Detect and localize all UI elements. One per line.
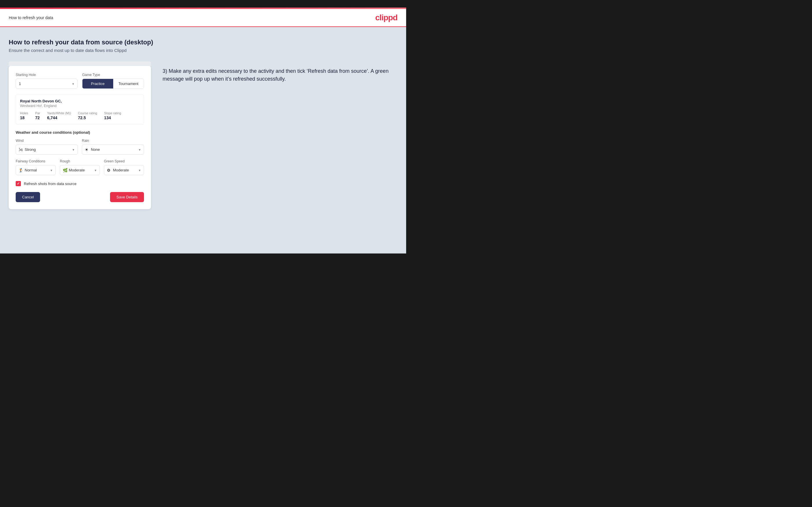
stat-par: Par 72 (35, 111, 40, 120)
stat-slope-rating: Slope rating 134 (104, 111, 121, 120)
rain-select[interactable]: None (82, 145, 144, 155)
slope-rating-value: 134 (104, 115, 121, 120)
refresh-checkbox-label: Refresh shots from data source (24, 181, 77, 186)
tournament-button[interactable]: Tournament (113, 79, 144, 89)
header: How to refresh your data clippd (0, 9, 406, 27)
wind-label: Wind (16, 138, 78, 143)
conditions-grid: Fairway Conditions 🏌 Normal ▼ Rough 🌿 (16, 159, 144, 175)
rain-label: Rain (82, 138, 144, 143)
course-location: Westward Ho!, England (20, 104, 140, 108)
save-button[interactable]: Save Details (110, 192, 144, 202)
practice-button[interactable]: Practice (83, 79, 113, 89)
page-heading: How to refresh your data from source (de… (9, 39, 397, 46)
wind-select[interactable]: Strong (16, 145, 78, 155)
weather-section-title: Weather and course conditions (optional) (16, 130, 144, 134)
description-panel: 3) Make any extra edits necessary to the… (163, 61, 397, 244)
green-speed-label: Green Speed (104, 159, 144, 163)
refresh-checkbox-row: Refresh shots from data source (16, 181, 144, 186)
yards-value: 6,744 (47, 115, 71, 120)
main-content: How to refresh your data from source (de… (0, 27, 406, 253)
weather-grid: Wind 🌬 Strong ▼ Rain ☀ (16, 138, 144, 155)
green-speed-select[interactable]: Moderate (104, 165, 144, 175)
starting-hole-select[interactable]: 1 (16, 78, 78, 89)
logo: clippd (375, 13, 397, 22)
game-type-label: Game Type (82, 73, 144, 77)
header-title: How to refresh your data (9, 15, 53, 20)
par-label: Par (35, 111, 40, 115)
course-card: Royal North Devon GC, Westward Ho!, Engl… (16, 95, 144, 124)
form-panel: Starting Hole 1 ▼ Game Type Practice To (9, 61, 151, 244)
course-rating-label: Course rating (78, 111, 97, 115)
cancel-button[interactable]: Cancel (16, 192, 40, 202)
fairway-label: Fairway Conditions (16, 159, 56, 163)
course-name: Royal North Devon GC, (20, 99, 140, 103)
stat-holes: Holes 18 (20, 111, 28, 120)
page-subheading: Ensure the correct and most up to date d… (9, 48, 397, 53)
footer: Copyright Clippd 2022 (0, 253, 406, 253)
starting-hole-label: Starting Hole (16, 73, 78, 77)
slope-rating-label: Slope rating (104, 111, 121, 115)
holes-label: Holes (20, 111, 28, 115)
description-text: 3) Make any extra edits necessary to the… (163, 67, 397, 83)
rough-label: Rough (60, 159, 100, 163)
fairway-select[interactable]: Normal (16, 165, 56, 175)
content-area: Starting Hole 1 ▼ Game Type Practice To (9, 61, 397, 244)
yards-label: Yards/White (M)) (47, 111, 71, 115)
refresh-checkbox[interactable] (16, 181, 21, 186)
course-rating-value: 72.5 (78, 115, 97, 120)
holes-value: 18 (20, 115, 28, 120)
stat-course-rating: Course rating 72.5 (78, 111, 97, 120)
rough-select[interactable]: Moderate (60, 165, 100, 175)
stat-yards: Yards/White (M)) 6,744 (47, 111, 71, 120)
game-type-toggle: Practice Tournament (82, 78, 144, 89)
form-actions: Cancel Save Details (16, 192, 144, 202)
par-value: 72 (35, 115, 40, 120)
course-stats: Holes 18 Par 72 Yards/White (M)) 6,744 (20, 111, 140, 120)
